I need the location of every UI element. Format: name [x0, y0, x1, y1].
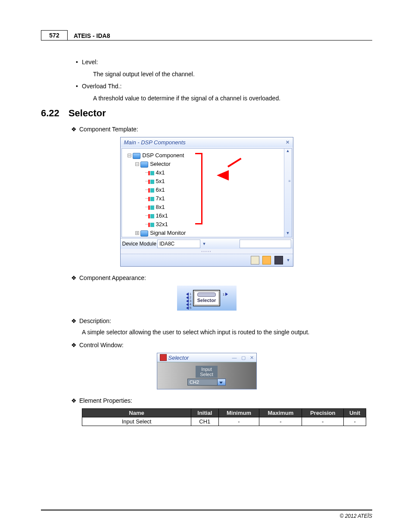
input-ports	[186, 292, 189, 310]
bullet-label: Level:	[82, 59, 98, 65]
grip-handle[interactable]: ▪▪▪▪▪	[121, 249, 293, 254]
sub-element-props: ❖Element Properties:	[71, 397, 372, 404]
component-icon	[148, 205, 154, 210]
input-numbers: 1 2 3 4 5	[190, 292, 191, 310]
sub-description-label: Description:	[79, 317, 111, 324]
input-select-dropdown[interactable]: CH2	[187, 379, 218, 386]
folder-icon	[133, 153, 140, 159]
tree-root[interactable]: DSP Component	[142, 152, 184, 159]
sub-appearance-label: Component Appearance:	[79, 274, 146, 281]
section-heading: 6.22 Selector	[41, 108, 372, 119]
tree-item[interactable]: 32x1	[156, 221, 168, 227]
control-sub-label: Input Select	[196, 366, 218, 378]
diamond-icon: ❖	[71, 274, 77, 281]
chevron-down-icon[interactable]: ▼	[286, 258, 290, 262]
toolbar-icon-1[interactable]	[251, 256, 259, 264]
bullet-level: Level: The signal output level of the ch…	[82, 59, 372, 78]
page-number: 572	[41, 30, 68, 40]
tree-item[interactable]: 4x1	[156, 169, 165, 176]
doc-title: ATEIS - IDA8	[74, 32, 110, 39]
toolbar-icon-2[interactable]	[262, 256, 271, 264]
appearance-block: 1 2 3 4 5 Selector 1	[177, 286, 237, 311]
sub-element-props-label: Element Properties:	[79, 397, 132, 404]
app-icon	[160, 354, 167, 361]
cell-precision: -	[302, 417, 344, 426]
component-icon	[148, 180, 154, 184]
sub-description: ❖Description:	[71, 317, 372, 324]
tree-item[interactable]: 16x1	[156, 212, 168, 219]
component-icon	[148, 171, 154, 175]
col-maximum: Maximum	[259, 409, 302, 417]
control-window-title: Selector	[168, 355, 189, 361]
section-title: Selector	[68, 108, 106, 119]
footer-rule	[41, 510, 372, 510]
diamond-icon: ❖	[71, 317, 77, 324]
table-header-row: Name Initial Minimum Maximum Precision U…	[82, 409, 366, 417]
footer-copyright: © 2012 ATEÏS	[339, 513, 372, 519]
scrollbar[interactable]: ▲ ≡ ▼	[284, 149, 292, 237]
folder-icon	[140, 230, 148, 236]
sub-control: ❖Control Window:	[71, 342, 372, 348]
tree-item[interactable]: 5x1	[156, 178, 165, 184]
selector-block-label: Selector	[197, 298, 216, 303]
chevron-down-icon[interactable]	[218, 379, 226, 386]
diamond-icon: ❖	[71, 397, 77, 404]
component-icon	[148, 188, 154, 193]
diamond-icon: ❖	[71, 126, 77, 133]
tree-view[interactable]: ⊟ DSP Component ⊟ Selector ┈4x1 ┈5x1 ┈6x…	[122, 149, 284, 237]
component-icon	[148, 223, 154, 227]
tree-item[interactable]: 7x1	[156, 195, 165, 202]
toolbar-icon-3[interactable]	[274, 256, 283, 264]
folder-icon	[140, 162, 148, 168]
col-minimum: Minimum	[218, 409, 259, 417]
component-tree-window: Main - DSP Components ✕ ⊟ DSP Component …	[120, 137, 293, 267]
cell-min: -	[218, 417, 259, 426]
minimize-icon[interactable]: —	[232, 355, 237, 361]
cell-max: -	[259, 417, 302, 426]
scroll-up-icon[interactable]: ▲	[284, 149, 292, 155]
description-body: A simple selector allowing the user to s…	[82, 329, 372, 336]
maximize-icon[interactable]: ▢	[241, 355, 246, 361]
col-precision: Precision	[302, 409, 344, 417]
bullet-overload: Overload Thd.: A threshold value to dete…	[82, 83, 372, 102]
col-name: Name	[82, 409, 191, 417]
component-icon	[148, 197, 154, 201]
component-icon	[148, 214, 154, 218]
output-number: 1	[223, 292, 224, 296]
tree-item[interactable]: 6x1	[156, 187, 165, 193]
tree-sibling[interactable]: Signal Monitor	[150, 230, 186, 236]
col-unit: Unit	[344, 409, 366, 417]
window-toolbar: ▼	[121, 254, 293, 266]
tree-group-selector[interactable]: Selector	[150, 161, 171, 167]
output-port	[225, 292, 228, 296]
col-initial: Initial	[191, 409, 219, 417]
properties-table: Name Initial Minimum Maximum Precision U…	[82, 408, 366, 426]
tree-window-title: Main - DSP Components	[124, 139, 186, 146]
close-icon[interactable]: ✕	[286, 140, 290, 145]
diamond-icon: ❖	[71, 342, 77, 348]
close-icon[interactable]: ✕	[250, 355, 254, 361]
bullet-body: A threshold value to determine if the si…	[93, 95, 372, 102]
device-extra-field[interactable]	[240, 240, 291, 248]
section-number: 6.22	[41, 108, 67, 119]
tree-item[interactable]: 8x1	[156, 204, 165, 210]
sub-template: ❖Component Template:	[71, 126, 372, 133]
sub-control-label: Control Window:	[79, 342, 124, 348]
sub-appearance: ❖Component Appearance:	[71, 274, 372, 281]
cell-initial: CH1	[191, 417, 219, 426]
bullet-label: Overload Thd.:	[82, 83, 121, 90]
sub-template-label: Component Template:	[79, 126, 138, 133]
device-module-field[interactable]: IDA8C	[157, 240, 200, 248]
control-window: Selector — ▢ ✕ Input Select CH2	[157, 353, 257, 389]
bullet-body: The signal output level of the channel.	[93, 71, 372, 78]
table-row: Input Select CH1 - - - -	[82, 417, 366, 426]
chevron-down-icon[interactable]: ▼	[202, 242, 206, 246]
page-header: 572 ATEIS - IDA8	[41, 30, 372, 41]
device-module-label: Device Module	[122, 241, 156, 247]
scroll-down-icon[interactable]: ▼	[284, 231, 292, 237]
cell-unit: -	[344, 417, 366, 426]
cell-name: Input Select	[82, 417, 191, 426]
